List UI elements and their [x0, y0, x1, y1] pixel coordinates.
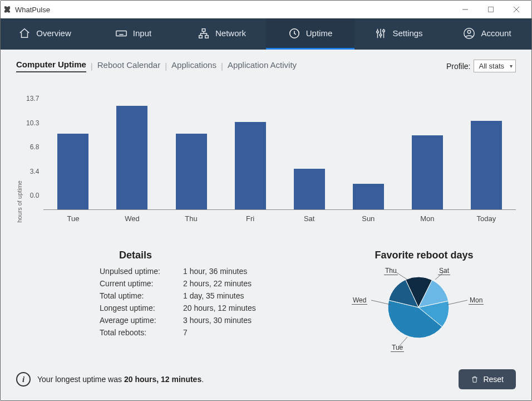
reset-label: Reset [483, 375, 504, 384]
details-row: Unpulsed uptime:1 hour, 36 minutes [100, 267, 310, 276]
xtick: Thu [162, 210, 221, 223]
footer-message: Your longest uptime was 20 hours, 12 min… [37, 375, 204, 384]
titlebar: WhatPulse [1, 1, 531, 18]
separator: | [91, 61, 93, 71]
tab-label: Settings [392, 28, 422, 38]
content-area: Computer Uptime | Reboot Calendar | Appl… [1, 50, 531, 360]
details-key: Unpulsed uptime: [100, 267, 183, 276]
details-value: 7 [183, 328, 188, 337]
svg-rect-4 [116, 31, 126, 36]
favorite-heading: Favorite reboot days [332, 250, 516, 261]
svg-rect-11 [199, 35, 203, 38]
subtab-computer-uptime[interactable]: Computer Uptime [16, 60, 86, 72]
sliders-icon [375, 27, 387, 40]
details-key: Current uptime: [100, 279, 183, 288]
xtick: Sun [339, 210, 398, 223]
bar [116, 106, 147, 209]
subtab-applications[interactable]: Applications [171, 60, 216, 72]
svg-line-22 [396, 272, 407, 280]
minimize-button[interactable] [452, 1, 478, 18]
reset-button[interactable]: Reset [459, 369, 516, 389]
details-key: Total uptime: [100, 291, 183, 300]
main-tabbar: Overview Input Network Uptime Settings A… [1, 18, 531, 50]
details-key: Total reboots: [100, 328, 183, 337]
bar [235, 122, 266, 209]
svg-point-21 [468, 30, 471, 33]
keyboard-icon [115, 27, 127, 40]
clock-icon [288, 27, 301, 40]
tab-label: Input [133, 28, 151, 38]
svg-rect-10 [202, 28, 205, 31]
uptime-bar-chart: hours of uptime 13.710.36.83.40.0 TueWed… [16, 95, 516, 223]
tab-account[interactable]: Account [443, 18, 531, 50]
chart-yticks: 13.710.36.83.40.0 [26, 95, 43, 199]
app-logo-icon [3, 5, 12, 14]
svg-point-17 [377, 31, 379, 33]
details-value: 1 hour, 36 minutes [183, 267, 247, 276]
tab-uptime[interactable]: Uptime [266, 18, 354, 50]
xtick: Wed [102, 210, 161, 223]
details-row: Total uptime:1 day, 35 minutes [100, 291, 310, 300]
separator: | [165, 61, 167, 71]
tab-label: Network [215, 28, 246, 38]
details-row: Longest uptime:20 hours, 12 minutes [100, 304, 310, 312]
pie-label-wed: Wed [352, 296, 367, 304]
subtabs: Computer Uptime | Reboot Calendar | Appl… [16, 60, 516, 72]
network-icon [198, 27, 210, 40]
pie-label-thu: Thu [384, 267, 398, 275]
close-button[interactable] [504, 1, 529, 18]
svg-line-26 [371, 300, 391, 305]
details-heading: Details [119, 250, 310, 261]
bar-slot [457, 121, 516, 209]
bar-slot [162, 134, 221, 209]
profile-select[interactable]: All stats [474, 60, 516, 72]
chart-xticks: TueWedThuFriSatSunMonToday [43, 210, 516, 223]
details-key: Average uptime: [100, 316, 183, 325]
xtick: Fri [221, 210, 280, 223]
details-panel: Details Unpulsed uptime:1 hour, 36 minut… [16, 250, 310, 355]
maximize-button[interactable] [478, 1, 504, 18]
bar [471, 121, 502, 209]
bar [353, 184, 384, 209]
chart-ylabel: hours of uptime [16, 147, 23, 223]
bar-slot [43, 134, 102, 209]
xtick: Mon [398, 210, 457, 223]
bar [294, 169, 325, 209]
details-value: 3 hours, 30 minutes [183, 316, 252, 325]
details-value: 1 day, 35 minutes [183, 291, 244, 300]
tab-input[interactable]: Input [89, 18, 178, 50]
xtick: Sat [280, 210, 339, 223]
bar [57, 134, 88, 209]
bar-slot [102, 106, 161, 209]
bar [176, 134, 207, 209]
pie-label-tue: Tue [391, 344, 404, 351]
tab-network[interactable]: Network [178, 18, 266, 50]
xtick: Tue [43, 210, 102, 223]
details-value: 20 hours, 12 minutes [183, 304, 256, 312]
tab-label: Uptime [306, 28, 333, 38]
tab-settings[interactable]: Settings [354, 18, 443, 50]
app-window: WhatPulse Overview Input Network Uptime … [0, 0, 532, 401]
tab-label: Overview [36, 28, 71, 38]
favorite-pie-chart: Thu Sat Mon Tue Wed [352, 266, 496, 355]
ytick: 3.4 [30, 168, 40, 175]
bar-slot [339, 184, 398, 209]
subtab-application-activity[interactable]: Application Activity [228, 60, 297, 72]
ytick: 0.0 [30, 192, 40, 199]
subtab-reboot-calendar[interactable]: Reboot Calendar [97, 60, 160, 72]
tab-overview[interactable]: Overview [1, 18, 89, 50]
svg-point-19 [383, 30, 385, 32]
chart-bars [43, 95, 516, 210]
user-icon [463, 27, 475, 40]
trash-icon [471, 375, 479, 383]
bar [412, 135, 443, 209]
favorite-panel: Favorite reboot days Thu Sat Mon Tue Wed [332, 250, 516, 355]
svg-point-18 [380, 33, 382, 36]
tab-label: Account [481, 28, 511, 38]
details-key: Longest uptime: [100, 304, 183, 312]
bar-slot [280, 169, 339, 209]
pie-label-sat: Sat [438, 267, 450, 275]
ytick: 10.3 [26, 119, 39, 127]
details-row: Current uptime:2 hours, 22 minutes [100, 279, 310, 288]
bar-slot [221, 122, 280, 209]
